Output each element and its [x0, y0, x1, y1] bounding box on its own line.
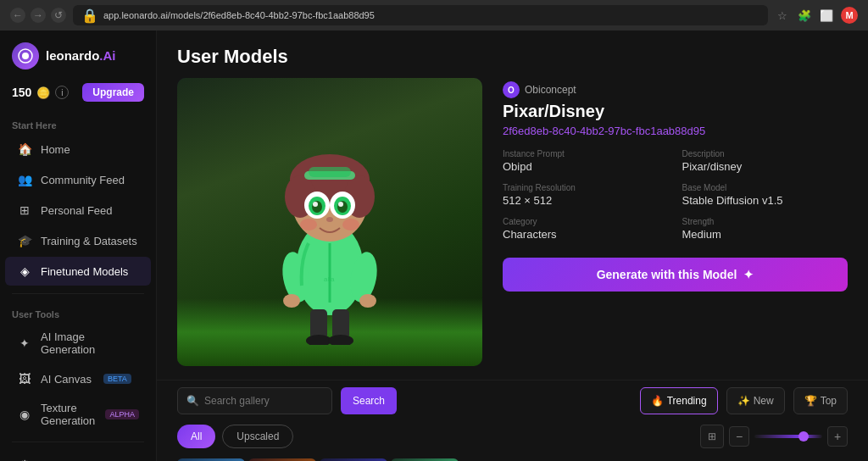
top-button[interactable]: 🏆 Top — [793, 387, 848, 414]
creator-name: Obiconcept — [525, 84, 576, 96]
reload-button[interactable]: ↺ — [51, 8, 66, 23]
home-icon: 🏠 — [17, 142, 32, 157]
training-res-label: Training Resolution — [503, 183, 669, 192]
sidebar-item-home[interactable]: 🏠 Home — [5, 135, 151, 164]
meta-instance-prompt: Instance Prompt Obipd — [503, 149, 669, 173]
svg-point-15 — [313, 202, 318, 207]
chibi-character: alla — [258, 99, 402, 345]
category-label: Category — [503, 217, 669, 226]
sidebar-divider — [12, 293, 144, 294]
svg-point-24 — [359, 294, 376, 308]
filter-all-button[interactable]: All — [177, 425, 215, 448]
trending-button[interactable]: 🔥 Trending — [640, 387, 718, 414]
zoom-slider-thumb — [798, 431, 809, 442]
strength-label: Strength — [682, 217, 849, 226]
url-text: app.leonardo.ai/models/2f6ed8eb-8c40-4bb… — [103, 10, 375, 20]
sidebar-item-texture[interactable]: ◉ Texture Generation ALPHA — [5, 395, 151, 434]
grid-icon: ⊞ — [708, 430, 716, 442]
base-model-value: Stable Diffusion v1.5 — [682, 194, 849, 207]
search-input-wrap: 🔍 — [177, 387, 332, 414]
description-value: Pixar/disney — [682, 160, 849, 173]
svg-point-19 — [342, 219, 359, 230]
model-meta-grid: Instance Prompt Obipd Description Pixar/… — [503, 149, 848, 241]
section-start-here: Start Here — [0, 112, 156, 134]
description-label: Description — [682, 149, 849, 158]
thumbnail-row — [157, 455, 868, 461]
sidebar-item-settings[interactable]: ⚙ Settings — [5, 450, 151, 461]
section-user-tools: User Tools — [0, 301, 156, 323]
filter-upscaled-button[interactable]: Upscaled — [222, 425, 293, 448]
svg-point-17 — [326, 217, 333, 222]
svg-point-18 — [300, 219, 317, 230]
credits-count: 150 — [12, 86, 31, 99]
meta-strength: Strength Medium — [682, 217, 849, 241]
address-bar[interactable]: 🔒 app.leonardo.ai/models/2f6ed8eb-8c40-4… — [73, 5, 768, 25]
finetuned-icon: ◈ — [17, 264, 32, 279]
svg-point-23 — [283, 294, 300, 308]
new-label: New — [754, 395, 774, 407]
credits-bar: 150 🪙 i Upgrade — [0, 78, 156, 112]
model-name: Pixar/Disney — [503, 102, 848, 121]
new-icon: ✨ — [737, 395, 750, 407]
credits-icon: 🪙 — [36, 86, 50, 99]
model-info: O Obiconcept Pixar/Disney 2f6ed8eb-8c40-… — [503, 78, 848, 366]
svg-rect-25 — [310, 309, 327, 339]
gallery-row2: All Upscaled ⊞ − + — [157, 421, 868, 455]
community-icon: 👥 — [17, 172, 32, 187]
sidebar-item-texture-label: Texture Generation — [41, 402, 95, 427]
instance-prompt-label: Instance Prompt — [503, 149, 669, 158]
top-label: Top — [821, 395, 837, 407]
sidebar-item-community[interactable]: 👥 Community Feed — [5, 165, 151, 194]
svg-rect-8 — [309, 167, 351, 177]
svg-point-16 — [338, 202, 343, 207]
texture-alpha-badge: ALPHA — [105, 409, 139, 419]
meta-description: Description Pixar/disney — [682, 149, 849, 173]
upgrade-button[interactable]: Upgrade — [82, 83, 144, 102]
sidebar-item-personal[interactable]: ⊞ Personal Feed — [5, 196, 151, 225]
zoom-slider[interactable] — [754, 435, 822, 438]
sidebar-item-canvas[interactable]: 🖼 AI Canvas BETA — [5, 364, 151, 393]
model-detail: alla O Obiconcept Pixar/Disney 2f6ed8eb-… — [157, 78, 868, 380]
search-input[interactable] — [204, 395, 323, 407]
sidebar-item-finetuned-label: Finetuned Models — [41, 265, 128, 278]
canvas-beta-badge: BETA — [103, 374, 131, 384]
zoom-out-button[interactable]: − — [729, 426, 749, 447]
sidebar-item-training[interactable]: 🎓 Training & Datasets — [5, 226, 151, 255]
search-button[interactable]: Search — [341, 387, 397, 414]
creator-badge: O — [503, 81, 520, 98]
new-button[interactable]: ✨ New — [726, 387, 785, 414]
personal-icon: ⊞ — [17, 203, 32, 218]
logo-text: leonardo.Ai — [46, 48, 116, 64]
sidebar-item-image-gen[interactable]: ✦ AI Image Generation — [5, 324, 151, 363]
trending-icon: 🔥 — [651, 395, 664, 407]
sidebar-item-finetuned[interactable]: ◈ Finetuned Models — [5, 257, 151, 286]
credits-info-icon[interactable]: i — [55, 86, 69, 99]
puzzle-icon[interactable]: 🧩 — [797, 8, 812, 23]
strength-value: Medium — [682, 228, 849, 241]
window-icon[interactable]: ⬜ — [819, 8, 834, 23]
gallery-controls: 🔍 Search 🔥 Trending ✨ New 🏆 Top — [157, 380, 868, 421]
sidebar-bottom-divider — [12, 442, 144, 442]
svg-point-27 — [306, 335, 331, 345]
star-icon[interactable]: ☆ — [775, 8, 790, 23]
category-value: Characters — [503, 228, 669, 241]
texture-icon: ◉ — [17, 407, 32, 422]
profile-avatar[interactable]: M — [841, 7, 858, 24]
sidebar-item-canvas-label: AI Canvas — [41, 373, 92, 386]
zoom-in-button[interactable]: + — [827, 426, 848, 447]
training-res-value: 512 × 512 — [503, 194, 669, 207]
sidebar-logo: leonardo.Ai — [0, 31, 156, 78]
forward-button[interactable]: → — [31, 8, 46, 23]
sidebar-item-settings-label: Settings — [41, 458, 81, 462]
search-icon: 🔍 — [186, 395, 199, 407]
trending-label: Trending — [667, 395, 707, 407]
generate-btn-label: Generate with this Model — [597, 268, 737, 281]
settings-icon: ⚙ — [17, 457, 32, 461]
image-gen-icon: ✦ — [17, 336, 32, 351]
sidebar-item-image-gen-label: AI Image Generation — [41, 330, 139, 356]
back-button[interactable]: ← — [10, 8, 25, 23]
page-title: User Models — [177, 46, 848, 68]
grid-view-button[interactable]: ⊞ — [700, 425, 724, 448]
browser-actions: ☆ 🧩 ⬜ M — [775, 7, 858, 24]
generate-button[interactable]: Generate with this Model ✦ — [503, 258, 848, 292]
